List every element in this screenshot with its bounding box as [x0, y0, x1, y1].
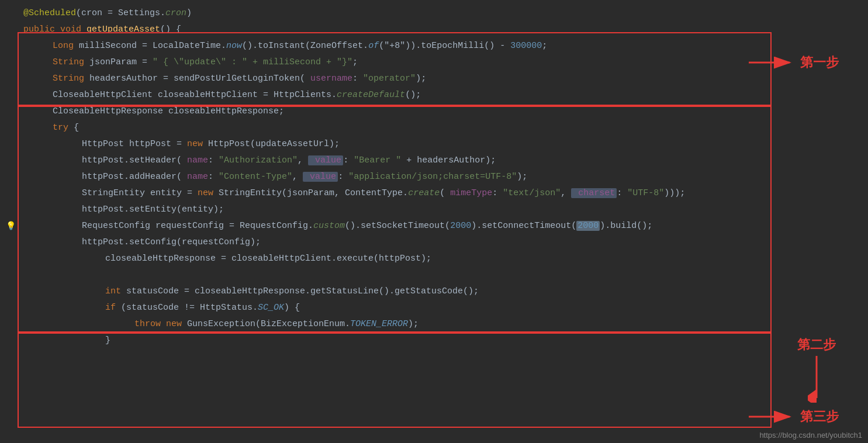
code-line-21: }	[0, 332, 868, 348]
code-line-9: HttpPost httpPost = new HttpPost(updateA…	[0, 136, 868, 152]
code-line-20: throw new GunsException(BizExceptionEnum…	[0, 316, 868, 332]
code-block: @Scheduled(cron = Settings.cron) public …	[0, 5, 868, 348]
code-line-11: httpPost.addHeader( name: "Content-Type"…	[0, 168, 868, 185]
code-line-6: CloseableHttpClient closeableHttpClient …	[0, 86, 868, 103]
code-line-3: Long milliSecond = LocalDateTime.now().t…	[0, 37, 868, 54]
bulb-icon: 💡	[6, 221, 16, 231]
arrow-down-2-icon	[808, 356, 825, 403]
code-line-blank	[0, 267, 868, 283]
code-line-7: CloseableHttpResponse closeableHttpRespo…	[0, 103, 868, 119]
arrow-right-3-icon	[749, 408, 796, 425]
code-line-16: closeableHttpResponse = closeableHttpCli…	[0, 250, 868, 267]
code-line-14: 💡 RequestConfig requestConfig = RequestC…	[0, 217, 868, 234]
code-line-18: int statusCode = closeableHttpResponse.g…	[0, 283, 868, 299]
code-line-19: if (statusCode != HttpStatus.SC_OK) {	[0, 299, 868, 316]
code-line-13: httpPost.setEntity(entity);	[0, 201, 868, 217]
url-credit: https://blog.csdn.net/youbitch1	[759, 431, 862, 439]
code-line-4: String jsonParam = " { \"update\" : " + …	[0, 54, 868, 70]
code-line-10: httpPost.setHeader( name: "Authorization…	[0, 152, 868, 168]
code-line-15: httpPost.setConfig(requestConfig);	[0, 234, 868, 250]
code-line-12: StringEntity entity = new StringEntity(j…	[0, 185, 868, 201]
code-container: @Scheduled(cron = Settings.cron) public …	[0, 0, 868, 443]
annotation-scheduled: @Scheduled	[23, 8, 76, 18]
code-line-8: try {	[0, 119, 868, 136]
code-line-5: String headersAuthor = sendPostUrlGetLog…	[0, 70, 868, 86]
annotation-step3: 第三步	[749, 408, 839, 425]
code-line-2: public void getUpdateAsset() {	[0, 21, 868, 37]
code-line-1: @Scheduled(cron = Settings.cron)	[0, 5, 868, 21]
step3-label: 第三步	[800, 408, 839, 425]
